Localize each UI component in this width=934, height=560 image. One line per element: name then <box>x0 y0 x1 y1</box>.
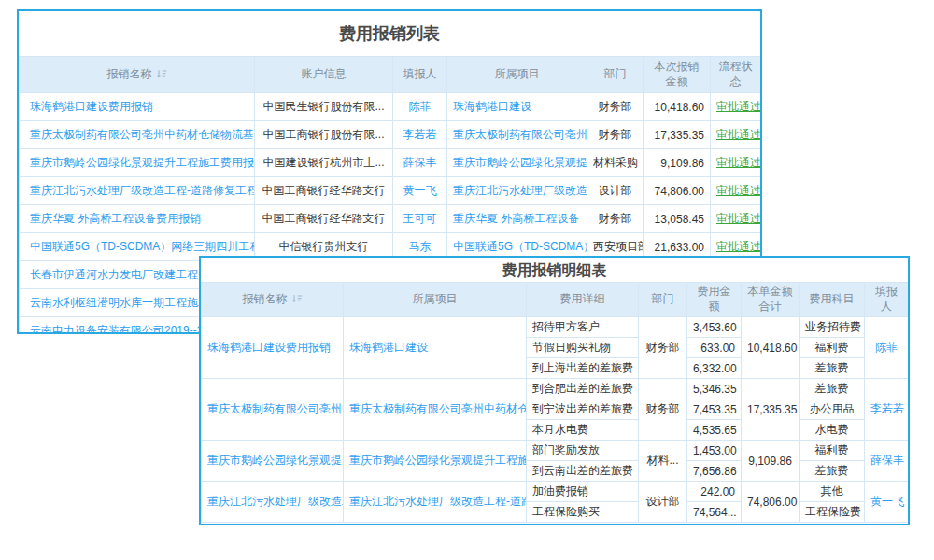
expense-amount-cell: 5,346.35 <box>687 379 742 399</box>
expense-subject-cell: 差旅费 <box>800 461 865 482</box>
expense-name-link[interactable]: 重庆市鹅岭公园绿化景观提升工程 <box>207 454 344 467</box>
expense-list-title: 费用报销列表 <box>19 11 760 56</box>
expense-name-cell: 重庆太极制药有限公司亳州中药材 <box>202 379 344 441</box>
status-cell: 审批通过 <box>711 177 761 205</box>
expense-name-link[interactable]: 珠海鹤港口建设费用报销 <box>30 100 153 113</box>
status-link[interactable]: 审批通过 <box>716 212 761 225</box>
expense-detail-cell: 节假日购买礼物 <box>527 338 639 358</box>
department-cell: 财务部 <box>639 379 687 441</box>
header-expense-name[interactable]: 报销名称 <box>20 57 255 93</box>
department-cell: 财务部 <box>639 317 687 379</box>
header-expense-name-label: 报销名称 <box>107 67 152 80</box>
filer-link[interactable]: 陈菲 <box>875 341 898 354</box>
sort-icon[interactable] <box>291 293 303 304</box>
filer-link[interactable]: 李若若 <box>403 128 437 141</box>
expense-name-link[interactable]: 珠海鹤港口建设费用报销 <box>207 341 331 354</box>
project-link[interactable]: 重庆太极制药有限公司亳州中... <box>453 128 587 141</box>
status-cell: 审批通过 <box>711 149 761 177</box>
project-link[interactable]: 珠海鹤港口建设 <box>349 341 428 354</box>
filer-link[interactable]: 黄一飞 <box>403 184 437 197</box>
header-project: 所属项目 <box>344 283 527 317</box>
department-cell: 财务部 <box>587 205 644 233</box>
header-expense-detail: 费用详细 <box>527 283 639 317</box>
expense-amount-cell: 7,453.35 <box>687 399 742 420</box>
header-filer: 填报人 <box>865 283 909 317</box>
total-amount-cell: 17,335.35 <box>742 379 800 441</box>
account-cell: 中国建设银行杭州市上... <box>255 149 393 177</box>
header-expense-amount: 费用金额 <box>687 283 742 317</box>
expense-name-link[interactable]: 重庆江北污水处理厂级改造工程-道路修复工程费用... <box>30 184 255 197</box>
account-cell: 中国工商银行经华路支行 <box>255 177 393 205</box>
sort-icon[interactable] <box>156 68 167 79</box>
status-link[interactable]: 审批通过 <box>716 100 761 113</box>
expense-name-cell: 重庆华夏 外高桥工程设备费用报销 <box>20 205 255 233</box>
amount-cell: 13,058.45 <box>644 205 711 233</box>
expense-name-link[interactable]: 重庆江北污水处理厂级改造工程- <box>207 495 344 508</box>
filer-link[interactable]: 马东 <box>409 240 432 253</box>
expense-detail-cell: 部门奖励发放 <box>527 441 639 461</box>
amount-cell: 10,418.60 <box>644 93 711 121</box>
status-link[interactable]: 审批通过 <box>716 156 761 169</box>
status-link[interactable]: 审批通过 <box>716 184 761 197</box>
expense-name-cell: 重庆江北污水处理厂级改造工程- <box>202 482 344 523</box>
expense-name-cell: 重庆江北污水处理厂级改造工程-道路修复工程费用... <box>20 177 255 205</box>
expense-detail-cell: 招待甲方客户 <box>527 317 639 338</box>
header-total-amount: 本单金额合计 <box>742 283 800 317</box>
filer-link[interactable]: 陈菲 <box>409 100 432 113</box>
filer-link[interactable]: 薛保丰 <box>870 454 904 467</box>
project-link[interactable]: 重庆江北污水处理厂级改造工程-道路修复工 <box>349 495 527 508</box>
status-link[interactable]: 审批通过 <box>716 128 761 141</box>
expense-name-link[interactable]: 重庆市鹅岭公园绿化景观提升工程施工费用报销 <box>30 156 255 169</box>
department-cell: 材料... <box>639 441 687 482</box>
expense-name-cell: 珠海鹤港口建设费用报销 <box>20 93 255 121</box>
filer-link[interactable]: 薛保丰 <box>403 156 437 169</box>
filer-link[interactable]: 李若若 <box>870 402 904 415</box>
table-row: 重庆市鹅岭公园绿化景观提升工程 重庆市鹅岭公园绿化景观提升工程施工 部门奖励发放… <box>202 441 909 461</box>
expense-amount-cell: 74,564... <box>687 502 742 523</box>
department-cell: 设计部 <box>587 177 644 205</box>
filer-link[interactable]: 黄一飞 <box>870 495 904 508</box>
project-link[interactable]: 珠海鹤港口建设 <box>453 100 531 113</box>
header-amount: 本次报销金额 <box>644 57 711 93</box>
expense-detail-cell: 本月水电费 <box>527 420 639 441</box>
expense-name-link[interactable]: 重庆太极制药有限公司亳州中药材 <box>207 402 344 415</box>
expense-detail-cell: 工程保险购买 <box>527 502 639 523</box>
expense-name-link[interactable]: 重庆华夏 外高桥工程设备费用报销 <box>30 212 201 225</box>
filer-cell: 陈菲 <box>393 93 447 121</box>
header-department: 部门 <box>639 283 687 317</box>
expense-name-cell: 重庆太极制药有限公司亳州中药材仓储物流基地项... <box>20 121 255 149</box>
expense-detail-title: 费用报销明细表 <box>201 258 908 282</box>
filer-cell: 黄一飞 <box>865 482 909 523</box>
project-cell: 重庆太极制药有限公司亳州中药材仓储物流 <box>344 379 527 441</box>
project-link[interactable]: 重庆江北污水处理厂级改造工... <box>453 184 587 197</box>
project-cell: 重庆市鹅岭公园绿化景观提升... <box>447 149 587 177</box>
table-row: 重庆市鹅岭公园绿化景观提升工程施工费用报销 中国建设银行杭州市上... 薛保丰 … <box>20 149 761 177</box>
expense-amount-cell: 7,656.86 <box>687 461 742 482</box>
project-link[interactable]: 重庆太极制药有限公司亳州中药材仓储物流 <box>349 402 527 415</box>
status-cell: 审批通过 <box>711 93 761 121</box>
expense-subject-cell: 工程保险费 <box>800 502 865 523</box>
list-header-row: 报销名称 账户信息 填报人 所属项目 部门 本次报销金额 流程状态 <box>20 57 761 93</box>
expense-name-cell: 重庆市鹅岭公园绿化景观提升工程 <box>202 441 344 482</box>
expense-subject-cell: 福利费 <box>800 338 865 358</box>
total-amount-cell: 10,418.60 <box>742 317 800 379</box>
header-filer: 填报人 <box>393 57 447 93</box>
account-cell: 中国工商银行股份有限... <box>255 121 393 149</box>
filer-link[interactable]: 王可可 <box>403 212 437 225</box>
header-expense-name-label: 报销名称 <box>243 292 288 305</box>
project-link[interactable]: 重庆华夏 外高桥工程设备 <box>453 212 579 225</box>
expense-subject-cell: 差旅费 <box>800 379 865 399</box>
project-cell: 珠海鹤港口建设 <box>447 93 587 121</box>
project-link[interactable]: 中国联通5G（TD-SCDMA）网... <box>453 240 587 253</box>
expense-name-link[interactable]: 中国联通5G（TD-SCDMA）网络三期四川工程费... <box>30 240 255 253</box>
status-link[interactable]: 审批通过 <box>716 240 761 253</box>
page-canvas: 费用报销列表 报销名称 账户信息 填报人 所属项目 部门 本次报销金额 流程状态 <box>0 0 934 560</box>
filer-cell: 李若若 <box>393 121 447 149</box>
project-link[interactable]: 重庆市鹅岭公园绿化景观提升工程施工 <box>349 454 527 467</box>
project-link[interactable]: 重庆市鹅岭公园绿化景观提升... <box>453 156 587 169</box>
expense-name-link[interactable]: 重庆太极制药有限公司亳州中药材仓储物流基地项... <box>30 128 255 141</box>
project-cell: 重庆华夏 外高桥工程设备 <box>447 205 587 233</box>
project-cell: 珠海鹤港口建设 <box>344 317 527 379</box>
filer-cell: 陈菲 <box>865 317 909 379</box>
header-expense-name[interactable]: 报销名称 <box>202 283 344 317</box>
